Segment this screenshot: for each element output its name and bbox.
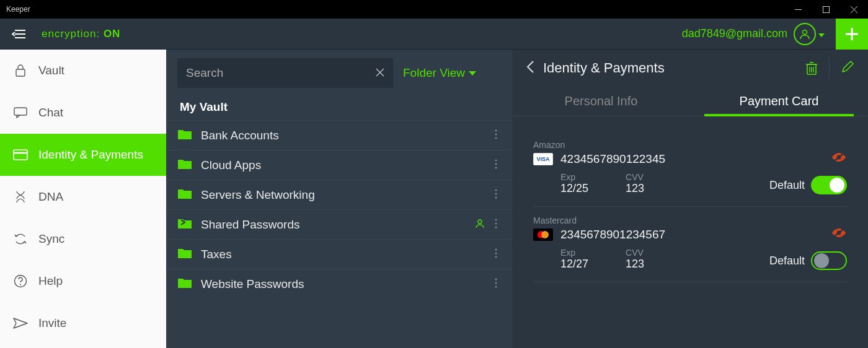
- sync-icon: [12, 233, 29, 245]
- eye-off-icon: [831, 227, 847, 239]
- default-toggle[interactable]: [811, 176, 847, 194]
- view-selector-label: Folder View: [403, 66, 465, 80]
- lock-icon: [12, 64, 29, 77]
- person-icon: [799, 28, 810, 40]
- folder-item[interactable]: Website Passwords: [166, 269, 512, 298]
- folder-name: Website Passwords: [201, 277, 491, 291]
- cvv-label: CVV: [626, 248, 644, 258]
- visa-logo: VISA: [533, 153, 553, 165]
- reveal-button[interactable]: [831, 227, 847, 241]
- payment-card-row: Mastercard2345678901234567Exp12/27CVV123…: [533, 207, 847, 282]
- folder-name: Cloud Apps: [201, 159, 491, 172]
- plus-icon: [844, 26, 860, 42]
- help-icon: [12, 274, 29, 288]
- folder-overflow-button[interactable]: [491, 277, 501, 291]
- window-close-button[interactable]: [840, 0, 868, 19]
- search-input[interactable]: [186, 66, 376, 80]
- svg-point-31: [495, 219, 497, 220]
- svg-point-35: [495, 252, 497, 254]
- folder-overflow-button[interactable]: [491, 129, 501, 142]
- card-icon: [12, 149, 29, 160]
- folder-item[interactable]: Bank Accounts: [166, 120, 512, 150]
- search-clear-button[interactable]: [376, 67, 384, 80]
- nav-item-invite[interactable]: Invite: [0, 302, 166, 344]
- mastercard-logo: [533, 228, 553, 241]
- card-name: Mastercard: [533, 215, 769, 225]
- svg-point-38: [495, 282, 497, 284]
- folder-icon: [177, 277, 201, 291]
- nav-item-label: Vault: [38, 64, 64, 77]
- pencil-icon: [841, 60, 854, 74]
- window-titlebar: Keeper: [0, 0, 868, 19]
- nav-item-help[interactable]: Help: [0, 260, 166, 302]
- chevron-down-icon: [818, 33, 825, 37]
- close-icon: [376, 68, 384, 77]
- window-maximize-button[interactable]: [812, 0, 840, 19]
- trash-icon: [805, 61, 818, 75]
- svg-point-27: [495, 189, 497, 191]
- svg-point-37: [495, 278, 497, 280]
- person-icon: [475, 219, 485, 228]
- shared-indicator: [475, 218, 485, 232]
- nav-item-vault[interactable]: Vault: [0, 50, 166, 92]
- nav-item-dna[interactable]: DNA: [0, 176, 166, 218]
- invite-icon: [12, 318, 29, 329]
- tab-payment-card[interactable]: Payment Card: [690, 87, 868, 116]
- delete-button[interactable]: [794, 57, 830, 79]
- folder-item[interactable]: Cloud Apps: [166, 150, 512, 180]
- cvv-label: CVV: [626, 172, 644, 182]
- svg-point-39: [495, 285, 497, 287]
- detail-title: Identity & Payments: [543, 60, 794, 76]
- nav-item-identity-payments[interactable]: Identity & Payments: [0, 134, 166, 176]
- svg-point-22: [495, 133, 497, 135]
- folder-overflow-button[interactable]: [491, 159, 501, 172]
- folder-name: Servers & Networking: [201, 188, 491, 202]
- folder-name: Shared Passwords: [201, 218, 475, 232]
- eye-off-icon: [831, 151, 847, 163]
- card-cvv: 123: [626, 258, 644, 271]
- folder-name: Taxes: [201, 248, 491, 261]
- view-selector[interactable]: Folder View: [403, 66, 501, 80]
- default-label: Default: [769, 254, 805, 268]
- svg-rect-12: [14, 108, 27, 115]
- folder-item[interactable]: Servers & Networking: [166, 180, 512, 209]
- folder-overflow-button[interactable]: [491, 248, 501, 261]
- avatar-button[interactable]: [794, 23, 816, 45]
- more-icon: [495, 189, 497, 199]
- chevron-down-icon: [469, 71, 476, 76]
- window-minimize-button[interactable]: [784, 0, 812, 19]
- nav-item-chat[interactable]: Chat: [0, 92, 166, 134]
- tab-personal-info[interactable]: Personal Info: [512, 87, 690, 116]
- sidebar-nav: VaultChatIdentity & PaymentsDNASyncHelpI…: [0, 50, 166, 348]
- menu-toggle-button[interactable]: [9, 29, 28, 39]
- svg-point-7: [803, 30, 807, 34]
- card-exp: 12/27: [560, 258, 588, 271]
- vault-section-label: My Vault: [166, 94, 512, 120]
- folder-item[interactable]: Shared Passwords: [166, 209, 512, 239]
- add-record-button[interactable]: [836, 19, 868, 50]
- reveal-button[interactable]: [831, 151, 847, 166]
- back-button[interactable]: [526, 60, 534, 76]
- folder-icon: [177, 128, 201, 142]
- default-label: Default: [769, 179, 805, 192]
- folder-overflow-button[interactable]: [491, 218, 501, 232]
- nav-item-label: DNA: [38, 190, 63, 204]
- svg-marker-17: [14, 318, 27, 328]
- folder-icon: [177, 158, 201, 172]
- nav-item-label: Sync: [38, 232, 64, 246]
- svg-marker-8: [818, 33, 825, 37]
- account-dropdown-caret[interactable]: [818, 28, 825, 40]
- folder-overflow-button[interactable]: [491, 188, 501, 202]
- svg-point-28: [495, 193, 497, 194]
- edit-button[interactable]: [830, 60, 854, 76]
- more-icon: [495, 129, 497, 139]
- svg-point-25: [495, 163, 497, 165]
- default-toggle[interactable]: [811, 251, 847, 270]
- search-wrap: [177, 58, 393, 88]
- chat-icon: [12, 107, 29, 118]
- svg-rect-1: [823, 6, 830, 12]
- nav-item-sync[interactable]: Sync: [0, 218, 166, 260]
- folder-item[interactable]: Taxes: [166, 239, 512, 269]
- svg-point-16: [20, 284, 21, 285]
- more-icon: [495, 248, 497, 258]
